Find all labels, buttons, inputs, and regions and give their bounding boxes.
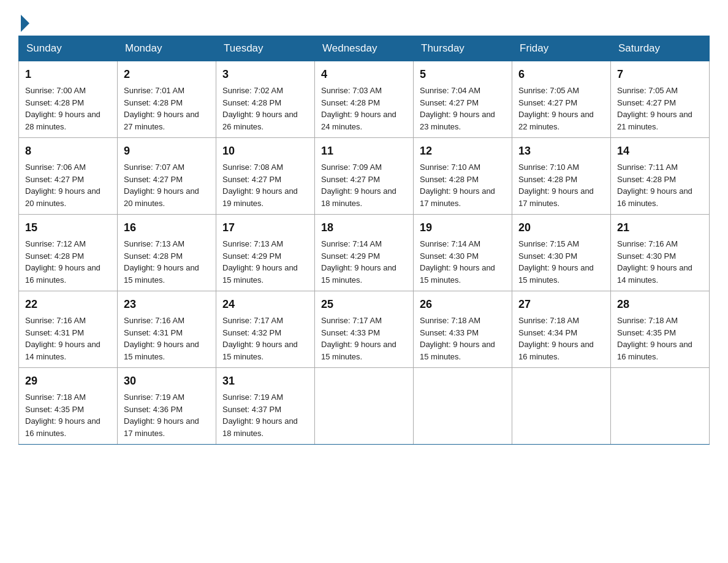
calendar-cell: 19 Sunrise: 7:14 AMSunset: 4:30 PMDaylig…: [414, 215, 512, 291]
day-info: Sunrise: 7:18 AMSunset: 4:34 PMDaylight:…: [518, 316, 594, 361]
calendar-cell: 28 Sunrise: 7:18 AMSunset: 4:35 PMDaylig…: [611, 291, 710, 368]
day-number: 2: [124, 66, 210, 83]
day-number: 3: [222, 66, 308, 83]
page-header: [18, 12, 710, 29]
calendar-day-header: Tuesday: [216, 36, 315, 61]
day-info: Sunrise: 7:16 AMSunset: 4:30 PMDaylight:…: [617, 239, 692, 285]
day-number: 19: [420, 220, 506, 236]
day-number: 4: [321, 66, 407, 83]
calendar-cell: 31 Sunrise: 7:19 AMSunset: 4:37 PMDaylig…: [216, 368, 315, 445]
calendar-week-row: 15 Sunrise: 7:12 AMSunset: 4:28 PMDaylig…: [19, 215, 710, 291]
day-number: 6: [518, 66, 604, 83]
day-number: 27: [518, 296, 604, 313]
day-number: 11: [321, 143, 407, 159]
day-number: 16: [124, 220, 210, 236]
day-number: 29: [25, 373, 111, 389]
calendar-cell: 18 Sunrise: 7:14 AMSunset: 4:29 PMDaylig…: [315, 215, 414, 291]
day-number: 28: [617, 296, 703, 313]
day-info: Sunrise: 7:10 AMSunset: 4:28 PMDaylight:…: [420, 163, 495, 208]
day-number: 10: [222, 143, 308, 159]
calendar-cell: 25 Sunrise: 7:17 AMSunset: 4:33 PMDaylig…: [315, 291, 414, 368]
calendar-cell: 27 Sunrise: 7:18 AMSunset: 4:34 PMDaylig…: [512, 291, 611, 368]
day-info: Sunrise: 7:06 AMSunset: 4:27 PMDaylight:…: [25, 163, 100, 208]
day-info: Sunrise: 7:13 AMSunset: 4:29 PMDaylight:…: [222, 239, 298, 285]
calendar-table: SundayMondayTuesdayWednesdayThursdayFrid…: [18, 36, 710, 445]
calendar-day-header: Friday: [512, 36, 611, 61]
calendar-cell: 4 Sunrise: 7:03 AMSunset: 4:28 PMDayligh…: [315, 61, 414, 138]
day-info: Sunrise: 7:17 AMSunset: 4:32 PMDaylight:…: [222, 316, 298, 361]
day-number: 22: [25, 296, 111, 313]
calendar-day-header: Monday: [118, 36, 216, 61]
day-number: 30: [124, 373, 210, 389]
calendar-week-row: 1 Sunrise: 7:00 AMSunset: 4:28 PMDayligh…: [19, 61, 710, 138]
calendar-cell: [414, 368, 512, 445]
day-info: Sunrise: 7:18 AMSunset: 4:33 PMDaylight:…: [420, 316, 495, 361]
calendar-cell: [512, 368, 611, 445]
calendar-cell: 20 Sunrise: 7:15 AMSunset: 4:30 PMDaylig…: [512, 215, 611, 291]
calendar-week-row: 29 Sunrise: 7:18 AMSunset: 4:35 PMDaylig…: [19, 368, 710, 445]
day-info: Sunrise: 7:14 AMSunset: 4:29 PMDaylight:…: [321, 239, 396, 285]
calendar-day-header: Thursday: [414, 36, 512, 61]
calendar-cell: 7 Sunrise: 7:05 AMSunset: 4:27 PMDayligh…: [611, 61, 710, 138]
calendar-cell: 3 Sunrise: 7:02 AMSunset: 4:28 PMDayligh…: [216, 61, 315, 138]
calendar-cell: 12 Sunrise: 7:10 AMSunset: 4:28 PMDaylig…: [414, 138, 512, 215]
day-number: 31: [222, 373, 308, 389]
day-info: Sunrise: 7:17 AMSunset: 4:33 PMDaylight:…: [321, 316, 396, 361]
calendar-cell: 30 Sunrise: 7:19 AMSunset: 4:36 PMDaylig…: [118, 368, 216, 445]
day-number: 24: [222, 296, 308, 313]
logo: [18, 12, 29, 29]
calendar-cell: 14 Sunrise: 7:11 AMSunset: 4:28 PMDaylig…: [611, 138, 710, 215]
calendar-cell: 29 Sunrise: 7:18 AMSunset: 4:35 PMDaylig…: [19, 368, 118, 445]
calendar-cell: 24 Sunrise: 7:17 AMSunset: 4:32 PMDaylig…: [216, 291, 315, 368]
day-number: 21: [617, 220, 703, 236]
calendar-cell: 5 Sunrise: 7:04 AMSunset: 4:27 PMDayligh…: [414, 61, 512, 138]
calendar-cell: 16 Sunrise: 7:13 AMSunset: 4:28 PMDaylig…: [118, 215, 216, 291]
day-number: 9: [124, 143, 210, 159]
day-number: 12: [420, 143, 506, 159]
day-number: 17: [222, 220, 308, 236]
day-number: 7: [617, 66, 703, 83]
calendar-day-header: Saturday: [611, 36, 710, 61]
calendar-cell: [315, 368, 414, 445]
day-info: Sunrise: 7:19 AMSunset: 4:37 PMDaylight:…: [222, 393, 298, 438]
day-number: 1: [25, 66, 111, 83]
calendar-cell: 11 Sunrise: 7:09 AMSunset: 4:27 PMDaylig…: [315, 138, 414, 215]
day-info: Sunrise: 7:13 AMSunset: 4:28 PMDaylight:…: [124, 239, 199, 285]
day-number: 25: [321, 296, 407, 313]
day-info: Sunrise: 7:00 AMSunset: 4:28 PMDaylight:…: [25, 86, 100, 131]
day-number: 26: [420, 296, 506, 313]
calendar-cell: 26 Sunrise: 7:18 AMSunset: 4:33 PMDaylig…: [414, 291, 512, 368]
day-info: Sunrise: 7:08 AMSunset: 4:27 PMDaylight:…: [222, 163, 298, 208]
day-number: 18: [321, 220, 407, 236]
calendar-cell: 21 Sunrise: 7:16 AMSunset: 4:30 PMDaylig…: [611, 215, 710, 291]
calendar-day-header: Sunday: [19, 36, 118, 61]
day-info: Sunrise: 7:07 AMSunset: 4:27 PMDaylight:…: [124, 163, 199, 208]
day-number: 20: [518, 220, 604, 236]
calendar-header-row: SundayMondayTuesdayWednesdayThursdayFrid…: [19, 36, 710, 61]
day-info: Sunrise: 7:11 AMSunset: 4:28 PMDaylight:…: [617, 163, 692, 208]
calendar-week-row: 22 Sunrise: 7:16 AMSunset: 4:31 PMDaylig…: [19, 291, 710, 368]
calendar-cell: 1 Sunrise: 7:00 AMSunset: 4:28 PMDayligh…: [19, 61, 118, 138]
calendar-cell: 9 Sunrise: 7:07 AMSunset: 4:27 PMDayligh…: [118, 138, 216, 215]
day-info: Sunrise: 7:05 AMSunset: 4:27 PMDaylight:…: [518, 86, 594, 131]
day-info: Sunrise: 7:19 AMSunset: 4:36 PMDaylight:…: [124, 393, 199, 438]
day-number: 14: [617, 143, 703, 159]
day-info: Sunrise: 7:10 AMSunset: 4:28 PMDaylight:…: [518, 163, 594, 208]
calendar-day-header: Wednesday: [315, 36, 414, 61]
day-info: Sunrise: 7:18 AMSunset: 4:35 PMDaylight:…: [617, 316, 692, 361]
calendar-cell: 8 Sunrise: 7:06 AMSunset: 4:27 PMDayligh…: [19, 138, 118, 215]
day-info: Sunrise: 7:09 AMSunset: 4:27 PMDaylight:…: [321, 163, 396, 208]
logo-arrow-icon: [21, 15, 29, 32]
day-number: 13: [518, 143, 604, 159]
day-info: Sunrise: 7:04 AMSunset: 4:27 PMDaylight:…: [420, 86, 495, 131]
day-info: Sunrise: 7:02 AMSunset: 4:28 PMDaylight:…: [222, 86, 298, 131]
day-info: Sunrise: 7:16 AMSunset: 4:31 PMDaylight:…: [124, 316, 199, 361]
day-info: Sunrise: 7:12 AMSunset: 4:28 PMDaylight:…: [25, 239, 100, 285]
day-number: 23: [124, 296, 210, 313]
calendar-cell: 6 Sunrise: 7:05 AMSunset: 4:27 PMDayligh…: [512, 61, 611, 138]
calendar-week-row: 8 Sunrise: 7:06 AMSunset: 4:27 PMDayligh…: [19, 138, 710, 215]
calendar-cell: 2 Sunrise: 7:01 AMSunset: 4:28 PMDayligh…: [118, 61, 216, 138]
day-info: Sunrise: 7:15 AMSunset: 4:30 PMDaylight:…: [518, 239, 594, 285]
calendar-cell: 15 Sunrise: 7:12 AMSunset: 4:28 PMDaylig…: [19, 215, 118, 291]
calendar-cell: [611, 368, 710, 445]
